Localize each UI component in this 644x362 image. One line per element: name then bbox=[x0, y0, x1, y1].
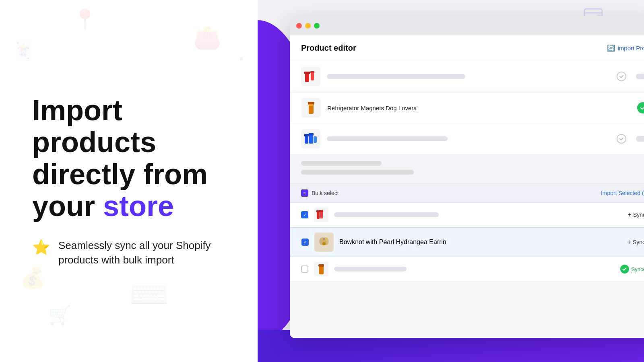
sync-button-2[interactable]: + Sync bbox=[624, 237, 644, 247]
checkbox-1[interactable]: ✓ bbox=[301, 211, 308, 218]
star-icon: ⭐ bbox=[32, 239, 50, 256]
svg-rect-14 bbox=[320, 211, 323, 218]
svg-rect-9 bbox=[309, 135, 313, 144]
editor-title: Product editor bbox=[301, 43, 356, 53]
feature-text: Seamlessly sync all your Shopify product… bbox=[58, 238, 242, 267]
svg-rect-6 bbox=[309, 104, 313, 106]
product-name-bar-6 bbox=[334, 267, 407, 272]
svg-rect-15 bbox=[320, 210, 323, 212]
browser-titlebar bbox=[290, 16, 644, 35]
product-list: Refrigerator Magnets Dog Lovers bbox=[290, 61, 644, 338]
check-status-3 bbox=[617, 134, 626, 144]
svg-point-19 bbox=[323, 238, 325, 240]
bulk-select-text: Bulk select bbox=[312, 190, 339, 196]
checkbox-3[interactable] bbox=[301, 265, 308, 273]
product-image-1 bbox=[301, 67, 320, 86]
product-image-5 bbox=[314, 232, 334, 252]
heading-line1: Import products bbox=[32, 94, 156, 158]
product-name-2: Refrigerator Magnets Dog Lovers bbox=[327, 105, 476, 111]
plus-icon-1: + bbox=[628, 211, 632, 218]
product-image-4 bbox=[314, 208, 328, 222]
product-image-6 bbox=[314, 262, 328, 276]
svg-rect-3 bbox=[310, 71, 314, 73]
svg-rect-21 bbox=[318, 264, 324, 267]
table-row bbox=[290, 61, 644, 92]
product-name-bar-3 bbox=[327, 136, 448, 141]
product-name-bar-1 bbox=[327, 74, 465, 79]
svg-rect-10 bbox=[309, 133, 314, 136]
browser-content: Product editor 🔄 import Prod bbox=[290, 35, 644, 338]
svg-rect-2 bbox=[311, 72, 314, 80]
svg-rect-0 bbox=[305, 73, 309, 82]
table-row: Synced bbox=[290, 257, 644, 282]
right-panel: Product editor 🔄 import Prod bbox=[258, 0, 644, 362]
browser-window: Product editor 🔄 import Prod bbox=[290, 16, 644, 338]
svg-rect-5 bbox=[308, 102, 314, 105]
svg-rect-8 bbox=[304, 134, 309, 136]
check-status-1 bbox=[617, 72, 626, 81]
plus-icon-2: + bbox=[627, 239, 631, 246]
bulk-select-icon: ≡ bbox=[301, 189, 308, 197]
synced-badge: Synced bbox=[620, 265, 644, 274]
left-panel: Import products directly from your store… bbox=[0, 0, 274, 362]
svg-rect-7 bbox=[305, 136, 308, 144]
bulk-select-bar: ≡ Bulk select Import Selected (4) bbox=[290, 184, 644, 203]
traffic-light-red[interactable] bbox=[296, 23, 302, 29]
product-name-5: Bowknot with Pearl Hydrangea Earrin bbox=[339, 239, 446, 246]
synced-text: Synced bbox=[632, 266, 644, 272]
product-image-3 bbox=[301, 129, 320, 148]
table-row: Refrigerator Magnets Dog Lovers bbox=[290, 92, 644, 123]
svg-rect-11 bbox=[314, 136, 317, 143]
table-row: ✓ Bowknot with Pearl Hydrangea Earrin bbox=[290, 227, 644, 257]
traffic-light-green[interactable] bbox=[314, 23, 320, 29]
checkbox-2[interactable]: ✓ bbox=[301, 239, 309, 246]
svg-point-18 bbox=[322, 242, 326, 245]
heading-line3-prefix: your bbox=[32, 190, 103, 222]
product-name-bar-4 bbox=[334, 212, 439, 217]
check-status-2 bbox=[637, 102, 644, 113]
svg-rect-12 bbox=[317, 212, 320, 219]
text-bar-1 bbox=[301, 161, 382, 166]
table-row bbox=[290, 123, 644, 154]
sync-button-1[interactable]: + Sync bbox=[625, 210, 644, 220]
expanded-panel bbox=[290, 154, 644, 184]
text-bar-2 bbox=[301, 170, 414, 175]
main-heading: Import products directly from your store bbox=[32, 95, 242, 222]
svg-rect-20 bbox=[319, 265, 324, 274]
heading-line3-accent: store bbox=[103, 190, 174, 222]
editor-header: Product editor 🔄 import Prod bbox=[290, 35, 644, 61]
product-image-2 bbox=[301, 98, 321, 117]
import-prod-button[interactable]: 🔄 import Prod bbox=[607, 44, 644, 52]
table-row: ✓ + Sync bbox=[290, 203, 644, 227]
traffic-light-yellow[interactable] bbox=[305, 23, 311, 29]
svg-rect-1 bbox=[304, 72, 310, 74]
heading-line2: directly from bbox=[32, 158, 208, 190]
import-prod-label: import Prod bbox=[617, 45, 644, 51]
synced-check-icon bbox=[620, 265, 629, 274]
import-selected-button[interactable]: Import Selected (4) bbox=[601, 190, 644, 196]
sync-icon: 🔄 bbox=[607, 44, 615, 52]
feature-item: ⭐ Seamlessly sync all your Shopify produ… bbox=[32, 238, 242, 267]
svg-rect-13 bbox=[316, 210, 320, 212]
bulk-select-label: ≡ Bulk select bbox=[301, 189, 339, 197]
